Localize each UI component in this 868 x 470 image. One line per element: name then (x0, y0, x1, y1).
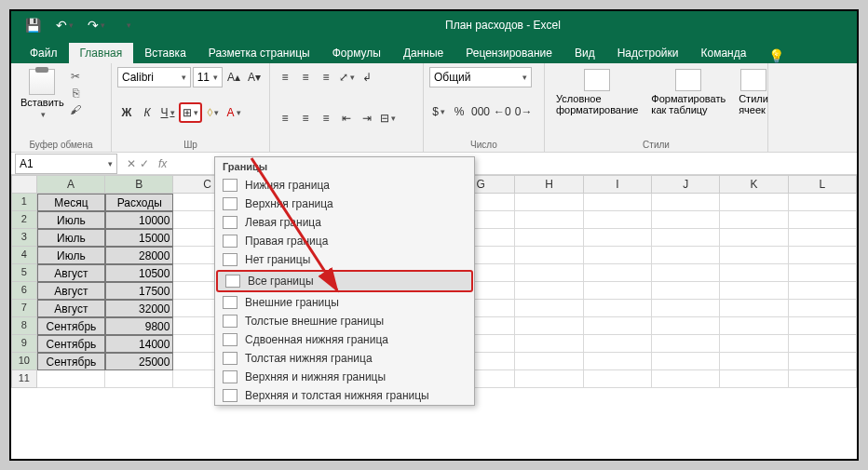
cell[interactable] (584, 317, 652, 335)
cell[interactable] (720, 353, 788, 370)
align-top-icon[interactable]: ≡ (276, 67, 294, 87)
cell[interactable] (584, 353, 652, 370)
cell[interactable]: 28000 (105, 247, 173, 264)
cell[interactable] (789, 229, 857, 247)
comma-icon[interactable]: 000 (470, 101, 491, 122)
number-format-combo[interactable]: Общий▾ (429, 67, 532, 87)
row-header[interactable]: 2 (11, 211, 37, 229)
border-option[interactable]: Нижняя граница (215, 176, 474, 195)
cell[interactable]: 32000 (105, 300, 173, 317)
cell[interactable] (515, 229, 583, 247)
cell[interactable] (652, 335, 720, 353)
row-header[interactable]: 4 (11, 247, 37, 264)
tab-file[interactable]: Файл (19, 43, 69, 63)
align-right-icon[interactable]: ≡ (317, 108, 335, 128)
tab-home[interactable]: Главная (69, 43, 134, 63)
fx-icon[interactable]: fx (155, 157, 170, 170)
cell-styles-button[interactable]: Стили ячеек (733, 67, 774, 117)
cell[interactable] (584, 282, 652, 300)
cell[interactable] (720, 370, 788, 388)
cell[interactable] (515, 194, 583, 211)
cell[interactable] (584, 229, 652, 247)
cell[interactable]: Август (37, 264, 105, 282)
cell[interactable]: Июль (37, 247, 105, 264)
cell[interactable] (720, 300, 788, 317)
cell[interactable] (720, 247, 788, 264)
save-icon[interactable]: 💾 (20, 13, 45, 37)
cell[interactable] (584, 335, 652, 353)
cell[interactable]: 14000 (105, 335, 173, 353)
cell[interactable] (584, 211, 652, 229)
cell[interactable]: 17500 (105, 282, 173, 300)
cell[interactable] (720, 194, 788, 211)
border-button[interactable]: ⊞▾ (179, 102, 202, 123)
cell[interactable]: Сентябрь (37, 335, 105, 353)
border-option[interactable]: Внешние границы (215, 293, 474, 312)
format-table-button[interactable]: Форматировать как таблицу (645, 67, 731, 117)
cell[interactable]: Июль (37, 211, 105, 229)
tab-insert[interactable]: Вставка (133, 43, 197, 63)
cell[interactable] (584, 194, 652, 211)
cell[interactable] (515, 353, 583, 370)
font-name-combo[interactable]: Calibri▾ (117, 67, 191, 87)
cell[interactable] (652, 211, 720, 229)
percent-icon[interactable]: % (450, 101, 468, 122)
cell[interactable] (37, 370, 105, 388)
cell[interactable] (515, 247, 583, 264)
cell[interactable] (720, 335, 788, 353)
cell[interactable] (652, 300, 720, 317)
cond-format-button[interactable]: Условное форматирование (550, 67, 644, 117)
border-option[interactable]: Верхняя и нижняя границы (215, 368, 474, 386)
cell[interactable] (789, 211, 857, 229)
cell[interactable]: 9800 (105, 317, 173, 335)
cell[interactable] (652, 370, 720, 388)
indent-dec-icon[interactable]: ⇤ (337, 108, 356, 128)
cell[interactable] (584, 264, 652, 282)
row-header[interactable]: 5 (11, 264, 37, 282)
cell[interactable]: Месяц (37, 194, 105, 211)
undo-icon[interactable]: ↶▾ (52, 13, 76, 37)
cell[interactable] (515, 264, 583, 282)
tab-formulas[interactable]: Формулы (321, 43, 392, 63)
tab-layout[interactable]: Разметка страницы (197, 43, 321, 63)
bold-button[interactable]: Ж (117, 102, 136, 123)
cell[interactable]: Июль (37, 229, 105, 247)
border-option[interactable]: Толстая нижняя граница (215, 349, 474, 368)
cell[interactable] (515, 370, 583, 388)
cell[interactable] (789, 247, 857, 264)
cell[interactable] (652, 229, 720, 247)
cell[interactable] (652, 247, 720, 264)
name-box[interactable]: A1▾ (15, 154, 117, 174)
cell[interactable] (789, 370, 857, 388)
cut-icon[interactable]: ✂ (67, 69, 84, 84)
cell[interactable] (515, 282, 583, 300)
cell[interactable] (515, 335, 583, 353)
cell[interactable] (720, 229, 788, 247)
font-size-combo[interactable]: 11▾ (193, 67, 223, 87)
cell[interactable] (584, 247, 652, 264)
font-color-icon[interactable]: A▾ (224, 102, 243, 123)
cell[interactable]: Сентябрь (37, 317, 105, 335)
row-header[interactable]: 7 (11, 300, 37, 317)
cell[interactable]: 15000 (105, 229, 173, 247)
cell[interactable] (105, 370, 173, 388)
border-option[interactable]: Верхняя граница (215, 195, 474, 213)
cell[interactable] (720, 211, 788, 229)
dec-decimal-icon[interactable]: 0→ (514, 101, 534, 122)
indent-inc-icon[interactable]: ⇥ (358, 108, 376, 128)
tell-me-icon[interactable]: 💡 (768, 48, 784, 63)
cell[interactable] (584, 300, 652, 317)
col-header[interactable]: K (720, 175, 788, 194)
row-header[interactable]: 3 (11, 229, 37, 247)
cell[interactable]: Август (37, 282, 105, 300)
cell[interactable] (584, 370, 652, 388)
border-option[interactable]: Сдвоенная нижняя граница (215, 330, 474, 349)
cell[interactable] (789, 194, 857, 211)
cell[interactable] (652, 317, 720, 335)
shrink-font-icon[interactable]: A▾ (245, 67, 264, 87)
cell[interactable] (789, 282, 857, 300)
cell[interactable] (515, 300, 583, 317)
cell[interactable] (652, 353, 720, 370)
cell[interactable]: 10000 (105, 211, 173, 229)
cell[interactable]: 25000 (105, 353, 173, 370)
